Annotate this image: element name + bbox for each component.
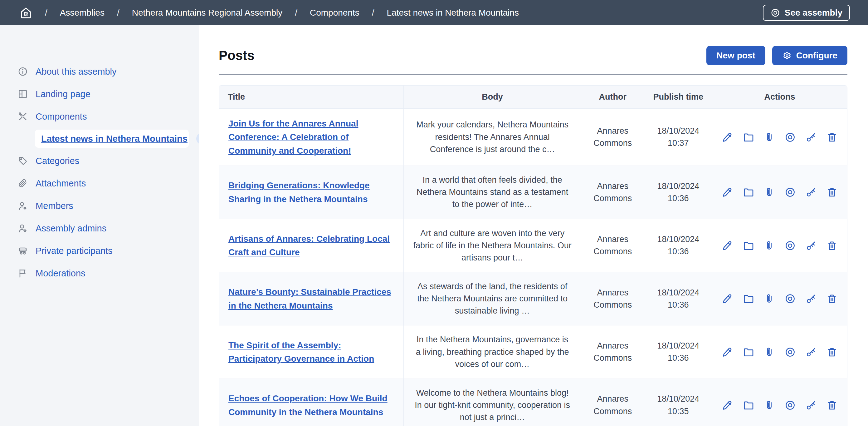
delete-action-button[interactable] [826, 187, 838, 198]
paperclip-icon [764, 132, 775, 143]
eye-icon [784, 346, 796, 358]
post-title-link[interactable]: Bridging Generations: Knowledge Sharing … [228, 179, 394, 206]
delete-action-button[interactable] [826, 293, 838, 305]
permissions-action-button[interactable] [805, 346, 817, 358]
eye-icon [784, 399, 796, 411]
folder-action-button[interactable] [743, 399, 754, 411]
post-body-excerpt: In the Nethera Mountains, governance is … [403, 325, 581, 378]
sidebar-subitem-latest-news[interactable]: Latest news in Nethera Mountains 6 [35, 130, 189, 148]
sidebar-item-attachments[interactable]: Attachments [0, 172, 199, 195]
page-title: Posts [219, 48, 254, 63]
row-actions [722, 293, 838, 305]
sidebar-item-label: About this assembly [36, 66, 117, 77]
breadcrumb-components[interactable]: Components [295, 8, 360, 18]
see-assembly-button[interactable]: See assembly [763, 5, 850, 21]
trash-icon [826, 132, 838, 143]
folder-icon [743, 132, 754, 143]
edit-action-button[interactable] [722, 293, 733, 305]
post-title-link[interactable]: Echoes of Cooperation: How We Build Comm… [228, 392, 394, 419]
sidebar-item-label: Landing page [36, 89, 91, 99]
eye-icon [770, 8, 780, 18]
info-icon [18, 66, 28, 77]
tools-icon [18, 111, 28, 122]
post-body-excerpt: Mark your calendars, Nethera Mountains r… [403, 109, 581, 166]
delete-action-button[interactable] [826, 240, 838, 251]
post-title-link[interactable]: Artisans of Annares: Celebrating Local C… [228, 232, 394, 259]
edit-action-button[interactable] [722, 240, 733, 251]
key-icon [805, 399, 817, 411]
paperclip-icon [764, 399, 775, 411]
post-publish-time: 18/10/202410:36 [644, 325, 712, 378]
edit-action-button[interactable] [722, 187, 733, 198]
permissions-action-button[interactable] [805, 399, 817, 411]
trash-icon [826, 399, 838, 411]
folder-icon [743, 240, 754, 251]
sidebar-item-categories[interactable]: Categories [0, 150, 199, 172]
paperclip-icon [18, 178, 28, 189]
row-actions [722, 399, 838, 411]
post-body-excerpt: As stewards of the land, the residents o… [403, 272, 581, 325]
layout-icon [18, 89, 28, 99]
divider [219, 74, 847, 75]
delete-action-button[interactable] [826, 346, 838, 358]
sidebar-subitem-link[interactable]: Latest news in Nethera Mountains [41, 134, 187, 144]
attachments-action-button[interactable] [764, 346, 775, 358]
key-icon [805, 132, 817, 143]
folder-action-button[interactable] [743, 346, 754, 358]
trash-icon [826, 187, 838, 198]
folder-action-button[interactable] [743, 187, 754, 198]
sidebar-item-private-participants[interactable]: Private participants [0, 239, 199, 262]
sidebar-item-about[interactable]: About this assembly [0, 60, 199, 83]
preview-action-button[interactable] [784, 187, 796, 198]
post-title-link[interactable]: Nature’s Bounty: Sustainable Practices i… [228, 285, 394, 312]
table-row: Echoes of Cooperation: How We Build Comm… [219, 379, 847, 426]
key-icon [805, 240, 817, 251]
preview-action-button[interactable] [784, 240, 796, 251]
permissions-action-button[interactable] [805, 240, 817, 251]
table-row: The Spirit of the Assembly: Participator… [219, 325, 847, 378]
eye-icon [784, 132, 796, 143]
edit-action-button[interactable] [722, 399, 733, 411]
preview-action-button[interactable] [784, 346, 796, 358]
edit-action-button[interactable] [722, 346, 733, 358]
permissions-action-button[interactable] [805, 293, 817, 305]
price-tag-icon [18, 155, 28, 166]
preview-action-button[interactable] [784, 399, 796, 411]
permissions-action-button[interactable] [805, 187, 817, 198]
attachments-action-button[interactable] [764, 132, 775, 143]
sidebar-item-members[interactable]: Members [0, 195, 199, 217]
post-title-link[interactable]: Join Us for the Annares Annual Conferenc… [228, 117, 394, 158]
post-title-link[interactable]: The Spirit of the Assembly: Participator… [228, 339, 394, 366]
preview-action-button[interactable] [784, 132, 796, 143]
edit-action-button[interactable] [722, 132, 733, 143]
folder-icon [743, 399, 754, 411]
topbar: Assemblies Nethera Mountains Regional As… [0, 0, 868, 25]
flag-icon [18, 268, 28, 279]
sidebar-item-assembly-admins[interactable]: Assembly admins [0, 217, 199, 239]
sidebar-item-moderations[interactable]: Moderations [0, 262, 199, 285]
permissions-action-button[interactable] [805, 132, 817, 143]
post-author: Annares Commons [581, 379, 644, 426]
breadcrumb-current-component: Latest news in Nethera Mountains [372, 8, 519, 18]
table-row: Nature’s Bounty: Sustainable Practices i… [219, 272, 847, 325]
post-author: Annares Commons [581, 325, 644, 378]
folder-action-button[interactable] [743, 293, 754, 305]
breadcrumb-assemblies[interactable]: Assemblies [45, 8, 104, 18]
breadcrumb-assembly-name[interactable]: Nethera Mountains Regional Assembly [117, 8, 282, 18]
attachments-action-button[interactable] [764, 187, 775, 198]
attachments-action-button[interactable] [764, 293, 775, 305]
sidebar-item-landing-page[interactable]: Landing page [0, 83, 199, 105]
preview-action-button[interactable] [784, 293, 796, 305]
delete-action-button[interactable] [826, 132, 838, 143]
main-content: Posts New post Configure Title Body [199, 25, 868, 426]
home-link[interactable] [19, 6, 32, 19]
folder-action-button[interactable] [743, 132, 754, 143]
attachments-action-button[interactable] [764, 240, 775, 251]
table-header-row: Title Body Author Publish time Actions [219, 86, 847, 109]
delete-action-button[interactable] [826, 399, 838, 411]
attachments-action-button[interactable] [764, 399, 775, 411]
configure-button[interactable]: Configure [772, 46, 847, 65]
sidebar-item-components[interactable]: Components [0, 105, 199, 128]
folder-action-button[interactable] [743, 240, 754, 251]
new-post-button[interactable]: New post [706, 46, 765, 65]
